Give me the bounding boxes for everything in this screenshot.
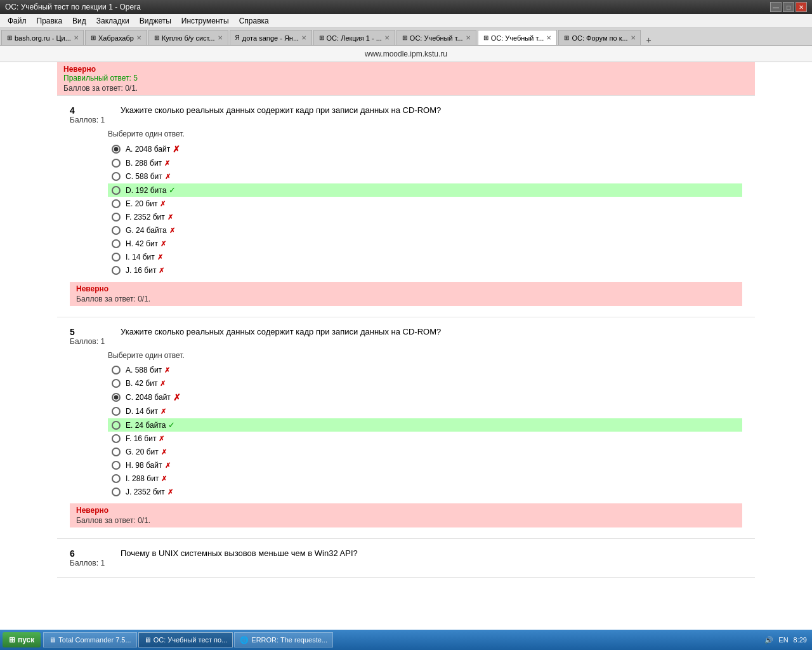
new-tab-button[interactable]: + xyxy=(642,35,655,45)
tab-close-2[interactable]: ✕ xyxy=(136,34,141,41)
question-4-points: Баллов: 1 xyxy=(70,116,114,124)
maximize-button[interactable]: □ xyxy=(783,2,794,12)
menu-view[interactable]: Вид xyxy=(67,15,91,27)
answer-4-F: F. 2352 бит ✗ xyxy=(108,211,742,223)
url-display[interactable]: www.moodle.ipm.kstu.ru xyxy=(365,50,447,58)
menu-bookmarks[interactable]: Закладки xyxy=(91,15,134,27)
answer-4-H: H. 42 бит ✗ xyxy=(108,237,742,250)
answer-text-5-J: J. 2352 бит xyxy=(126,488,165,496)
radio-4-A[interactable] xyxy=(112,145,121,154)
radio-5-I[interactable] xyxy=(112,474,121,483)
radio-5-E[interactable] xyxy=(112,421,121,430)
question-5-text: Укажите сколько реальных данных содержит… xyxy=(121,327,742,346)
tab-close-8[interactable]: ✕ xyxy=(631,34,636,41)
tab-close-4[interactable]: ✕ xyxy=(301,34,306,41)
radio-4-C[interactable] xyxy=(112,172,121,181)
tab-close-1[interactable]: ✕ xyxy=(74,34,79,41)
radio-5-H[interactable] xyxy=(112,461,121,470)
top-partial-result: Неверно Правильный ответ: 5 Баллов за от… xyxy=(57,62,755,96)
tab-close-6[interactable]: ✕ xyxy=(466,34,471,41)
answer-4-G: G. 24 байта ✗ xyxy=(108,224,742,237)
mark-4-D: ✓ xyxy=(169,185,176,195)
tab-7[interactable]: ⊞ ОС: Учебный т... ✕ xyxy=(478,30,558,45)
answer-text-4-C: C. 588 бит xyxy=(126,172,162,181)
minimize-button[interactable]: — xyxy=(770,2,782,12)
question-4-layout: 4 Баллов: 1 Укажите сколько реальных дан… xyxy=(70,105,742,124)
radio-5-F[interactable] xyxy=(112,434,121,443)
answer-text-4-D: D. 192 бита xyxy=(126,186,166,195)
question-5-points: Баллов: 1 xyxy=(70,337,114,346)
mark-5-I: ✗ xyxy=(161,475,167,483)
radio-4-D[interactable] xyxy=(112,186,121,195)
radio-4-E[interactable] xyxy=(112,199,121,208)
menu-help[interactable]: Справка xyxy=(234,15,274,27)
answer-text-4-B: B. 288 бит xyxy=(126,159,162,168)
radio-4-H[interactable] xyxy=(112,239,121,248)
mark-5-H: ✗ xyxy=(165,461,171,470)
radio-4-F[interactable] xyxy=(112,213,121,222)
tab-3[interactable]: ⊞ Куплю б/у сист... ✕ xyxy=(148,30,228,45)
tab-label-2: Хабрахабр xyxy=(98,34,134,42)
question-4-result: Неверно Баллов за ответ: 0/1. xyxy=(70,282,742,306)
radio-5-B[interactable] xyxy=(112,379,121,388)
radio-5-G[interactable] xyxy=(112,448,121,456)
tab-8[interactable]: ⊞ ОС: Форум по к... ✕ xyxy=(558,30,641,45)
tab-icon-1: ⊞ xyxy=(7,34,12,41)
close-button[interactable]: ✕ xyxy=(796,2,807,12)
menu-file[interactable]: Файл xyxy=(3,15,32,27)
tab-close-3[interactable]: ✕ xyxy=(218,34,223,41)
tab-close-7[interactable]: ✕ xyxy=(546,34,551,41)
menu-tools[interactable]: Инструменты xyxy=(176,15,234,27)
question-5-left: 5 Баллов: 1 xyxy=(70,327,114,346)
tab-2[interactable]: ⊞ Хабрахабр ✕ xyxy=(85,30,147,45)
mark-5-D: ✗ xyxy=(160,408,166,416)
tab-close-5[interactable]: ✕ xyxy=(384,34,390,41)
radio-5-J[interactable] xyxy=(112,488,121,496)
answer-text-4-A: A. 2048 байт xyxy=(126,145,170,154)
tab-6[interactable]: ⊞ ОС: Учебный т... ✕ xyxy=(396,30,476,45)
mark-4-E: ✗ xyxy=(160,200,166,208)
answer-4-A: A. 2048 байт ✗ xyxy=(108,142,742,156)
answer-5-C: C. 2048 байт ✗ xyxy=(108,390,742,404)
q4-status: Неверно xyxy=(76,284,736,293)
question-4-text: Укажите сколько реальных данных содержит… xyxy=(121,105,742,124)
browser-content: Неверно Правильный ответ: 5 Баллов за от… xyxy=(0,62,812,630)
tab-5[interactable]: ⊞ ОС: Лекция 1 - ... ✕ xyxy=(313,30,395,45)
mark-4-F: ✗ xyxy=(167,213,173,222)
mark-4-H: ✗ xyxy=(160,240,166,248)
tab-label-3: Куплю б/у сист... xyxy=(162,34,215,42)
question-4-number: 4 xyxy=(70,105,114,116)
mark-4-I: ✗ xyxy=(157,253,163,262)
answer-4-J: J. 16 бит ✗ xyxy=(108,264,742,277)
radio-4-G[interactable] xyxy=(112,226,121,235)
radio-4-I[interactable] xyxy=(112,253,121,262)
radio-5-D[interactable] xyxy=(112,407,121,416)
radio-4-B[interactable] xyxy=(112,159,121,168)
tab-label-4: дота sange - Ян... xyxy=(242,34,299,42)
menu-bar: Файл Правка Вид Закладки Виджеты Инструм… xyxy=(0,14,812,28)
mark-5-C: ✗ xyxy=(173,392,181,402)
answer-text-5-F: F. 16 бит xyxy=(126,434,156,443)
radio-5-C[interactable] xyxy=(112,393,121,402)
answer-5-J: J. 2352 бит ✗ xyxy=(108,486,742,498)
answer-text-4-G: G. 24 байта xyxy=(126,226,167,235)
window-title: ОС: Учебный тест по лекции 1 - Opera xyxy=(5,3,141,11)
answer-text-4-I: I. 14 бит xyxy=(126,253,155,262)
answer-5-A: A. 588 бит ✗ xyxy=(108,364,742,376)
answer-5-F: F. 16 бит ✗ xyxy=(108,432,742,445)
radio-5-A[interactable] xyxy=(112,366,121,375)
q4-score: Баллов за ответ: 0/1. xyxy=(76,295,736,303)
tab-1[interactable]: ⊞ bash.org.ru - Ци... ✕ xyxy=(1,30,84,45)
tab-icon-3: ⊞ xyxy=(154,34,159,41)
mark-5-G: ✗ xyxy=(161,448,167,456)
tab-4[interactable]: Я дота sange - Ян... ✕ xyxy=(230,30,312,45)
quiz-container: Неверно Правильный ответ: 5 Баллов за от… xyxy=(57,62,755,590)
q5-status: Неверно xyxy=(76,506,736,515)
radio-4-J[interactable] xyxy=(112,266,121,275)
answer-5-H: H. 98 байт ✗ xyxy=(108,459,742,472)
tab-icon-8: ⊞ xyxy=(564,34,569,41)
question-5: 5 Баллов: 1 Укажите сколько реальных дан… xyxy=(57,317,755,539)
menu-edit[interactable]: Правка xyxy=(32,15,68,27)
mark-4-B: ✗ xyxy=(164,159,170,168)
menu-widgets[interactable]: Виджеты xyxy=(134,15,176,27)
